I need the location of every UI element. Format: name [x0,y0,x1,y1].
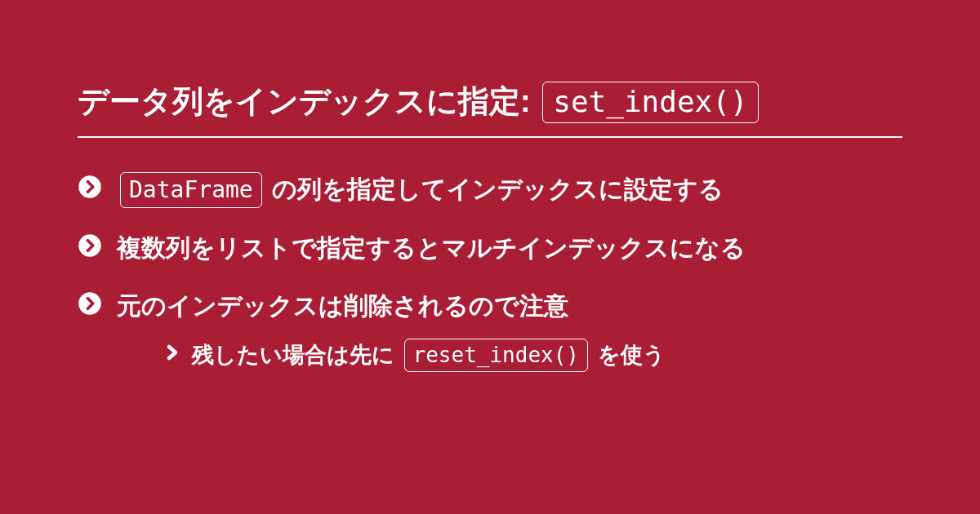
text-span: 元のインデックスは削除されるので注意 [117,292,568,319]
sub-list-item-content: 残したい場合は先に reset_index() を使う [192,343,666,367]
list-item: 元のインデックスは削除されるので注意残したい場合は先に reset_index(… [78,287,902,372]
text-span: 複数列をリストで指定するとマルチインデックスになる [117,234,746,261]
text-span: を使う [591,343,666,367]
text-span: の列を指定してインデックスに設定する [265,175,724,202]
chevron-circle-icon [78,291,102,316]
text-span: 残したい場合は先に [192,343,401,367]
sub-list-item: 残したい場合は先に reset_index() を使う [163,339,902,372]
sub-list: 残したい場合は先に reset_index() を使う [117,339,902,372]
svg-point-1 [78,234,101,257]
list-item-content: 元のインデックスは削除されるので注意 [117,292,568,319]
svg-point-2 [78,292,101,315]
chevron-circle-icon [78,233,102,258]
bullet-list: DataFrame の列を指定してインデックスに設定する複数列をリストで指定する… [78,171,902,372]
list-item-content: DataFrame の列を指定してインデックスに設定する [117,175,724,202]
title-text: データ列をインデックスに指定: [78,84,539,118]
code-literal: reset_index() [404,339,589,372]
list-item: DataFrame の列を指定してインデックスに設定する [78,171,902,208]
title-code: set_index() [542,82,758,123]
chevron-icon [163,343,182,362]
chevron-circle-icon [78,175,102,199]
code-literal: DataFrame [120,172,262,208]
list-item: 複数列をリストで指定するとマルチインデックスになる [78,229,902,266]
list-item-content: 複数列をリストで指定するとマルチインデックスになる [117,234,746,261]
title-heading: データ列をインデックスに指定: set_index() [78,82,902,138]
svg-point-0 [78,175,101,198]
